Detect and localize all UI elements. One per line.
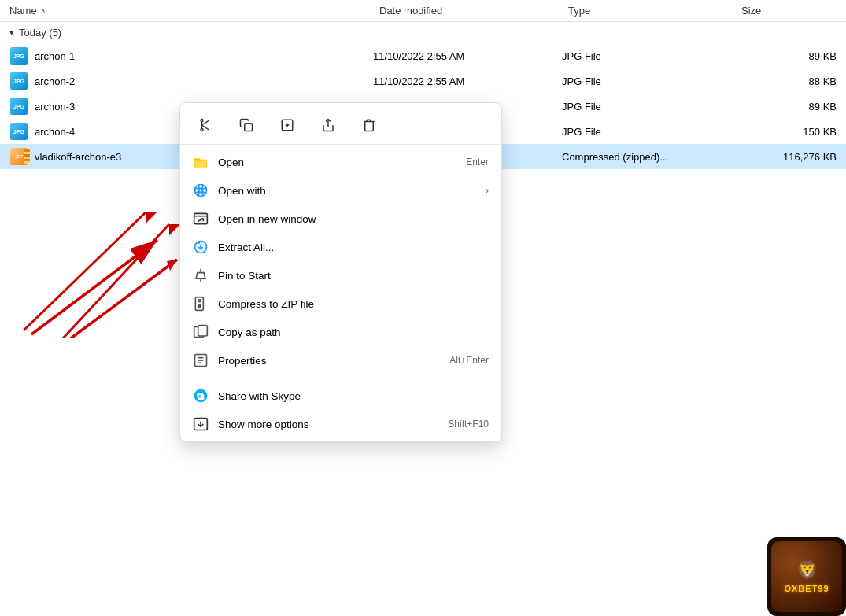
skype-icon: S <box>193 388 209 404</box>
oxbet-inner: 🦁 OXBET99 <box>771 541 842 612</box>
copy-button[interactable] <box>234 113 259 138</box>
svg-point-8 <box>201 129 203 131</box>
extract-all-label: Extract All... <box>218 242 489 253</box>
open-new-window-label: Open in new window <box>218 213 489 225</box>
file-date: 11/10/2022 2:55 AM <box>373 76 562 87</box>
col-header-date[interactable]: Date modified <box>379 5 568 17</box>
file-type: JPG File <box>562 50 735 62</box>
new-window-icon <box>193 211 209 227</box>
context-menu-open-with[interactable]: Open with › <box>180 176 501 205</box>
file-explorer: Name ∧ Date modified Type Size ▾ Today (… <box>0 0 846 616</box>
context-menu-copy-path[interactable]: Copy as path <box>180 318 501 346</box>
context-menu-compress-zip[interactable]: Compress to ZIP file <box>180 290 501 318</box>
oxbet-text: OXBET99 <box>784 584 829 593</box>
red-arrows <box>24 205 205 338</box>
svg-line-5 <box>71 260 177 338</box>
svg-marker-3 <box>164 219 180 235</box>
open-with-label: Open with <box>218 185 476 197</box>
pin-icon <box>193 267 209 283</box>
svg-rect-33 <box>198 305 201 308</box>
share-button[interactable] <box>316 113 341 138</box>
copy-path-icon <box>193 324 209 340</box>
svg-marker-6 <box>167 260 177 271</box>
context-menu-properties[interactable]: Properties Alt+Enter <box>180 346 501 374</box>
col-header-type[interactable]: Type <box>568 5 741 17</box>
open-label: Open <box>218 157 456 168</box>
file-icon-jpg: JPG <box>9 46 28 65</box>
cut-button[interactable] <box>193 113 218 138</box>
section-toggle-icon: ▾ <box>9 28 14 38</box>
copy-path-label: Copy as path <box>218 326 489 338</box>
extract-all-icon <box>193 239 209 255</box>
file-size: 89 KB <box>735 101 837 113</box>
table-header: Name ∧ Date modified Type Size <box>0 0 846 22</box>
open-with-icon <box>193 183 209 198</box>
svg-marker-1 <box>140 207 157 223</box>
svg-point-19 <box>195 185 207 197</box>
properties-shortcut: Alt+Enter <box>449 355 489 366</box>
properties-icon <box>193 352 209 368</box>
file-name: archon-2 <box>35 76 373 87</box>
section-label: Today (5) <box>19 27 61 39</box>
context-menu-extract-all[interactable]: Extract All... <box>180 233 501 261</box>
more-options-label: Show more options <box>218 419 438 430</box>
svg-line-2 <box>63 224 169 338</box>
share-skype-label: Share with Skype <box>218 390 489 402</box>
open-shortcut: Enter <box>466 157 489 168</box>
file-name: archon-1 <box>35 50 373 62</box>
context-menu-share-skype[interactable]: S Share with Skype <box>180 382 501 410</box>
more-options-shortcut: Shift+F10 <box>448 419 489 430</box>
context-menu-pin-to-start[interactable]: Pin to Start <box>180 261 501 290</box>
col-header-name[interactable]: Name ∧ <box>9 5 379 17</box>
file-size: 89 KB <box>735 50 837 62</box>
context-separator <box>180 378 501 378</box>
svg-point-9 <box>201 120 203 122</box>
file-size: 116,276 KB <box>735 151 837 163</box>
svg-line-0 <box>24 212 146 330</box>
pin-to-start-label: Pin to Start <box>218 270 489 282</box>
open-folder-icon <box>193 154 209 170</box>
context-toolbar <box>180 106 501 145</box>
file-date: 11/10/2022 2:55 AM <box>373 50 562 62</box>
file-type: Compressed (zipped)... <box>562 151 735 163</box>
context-menu-open-new-window[interactable]: Open in new window <box>180 205 501 233</box>
context-menu: Open Enter Open with › <box>179 102 502 442</box>
file-type: JPG File <box>562 126 735 138</box>
file-type: JPG File <box>562 101 735 113</box>
rename-button[interactable] <box>275 113 300 138</box>
svg-rect-13 <box>245 124 253 131</box>
svg-line-4 <box>31 240 157 334</box>
file-icon-jpg: JPG <box>9 97 28 116</box>
file-size: 88 KB <box>735 76 837 87</box>
file-row[interactable]: JPG archon-1 11/10/2022 2:55 AM JPG File… <box>0 43 846 68</box>
section-header-today[interactable]: ▾ Today (5) <box>0 22 846 43</box>
file-size: 150 KB <box>735 126 837 138</box>
oxbet-logo: 🦁 OXBET99 <box>767 537 846 616</box>
svg-rect-32 <box>195 297 203 311</box>
open-with-arrow-icon: › <box>486 185 489 196</box>
compress-zip-label: Compress to ZIP file <box>218 298 489 310</box>
svg-text:S: S <box>198 394 201 399</box>
compress-zip-icon <box>193 296 209 312</box>
file-icon-zip: ZIP <box>9 147 28 166</box>
svg-rect-29 <box>198 242 200 244</box>
file-icon-jpg: JPG <box>9 122 28 141</box>
context-menu-open[interactable]: Open Enter <box>180 148 501 176</box>
file-row[interactable]: JPG archon-2 11/10/2022 2:55 AM JPG File… <box>0 68 846 94</box>
svg-rect-37 <box>198 326 208 336</box>
file-type: JPG File <box>562 76 735 87</box>
sort-arrow-icon: ∧ <box>40 6 46 15</box>
delete-button[interactable] <box>357 113 382 138</box>
file-icon-jpg: JPG <box>9 72 28 90</box>
context-menu-more-options[interactable]: Show more options Shift+F10 <box>180 410 501 438</box>
properties-label: Properties <box>218 355 440 367</box>
col-header-size[interactable]: Size <box>741 5 761 17</box>
more-options-icon <box>193 416 209 432</box>
